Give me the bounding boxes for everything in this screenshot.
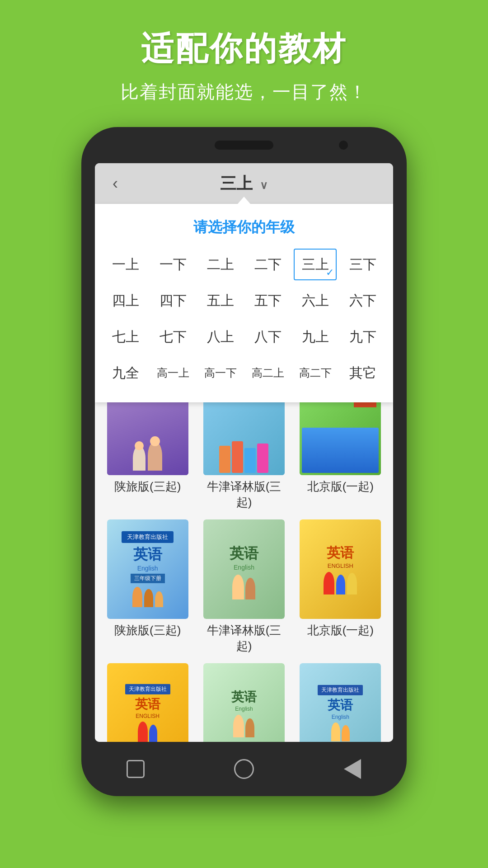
grade-item-4上[interactable]: 四上 xyxy=(104,285,147,316)
phone-camera xyxy=(339,141,348,150)
grade-item-2上[interactable]: 二上 xyxy=(199,249,242,280)
grade-item-4下[interactable]: 四下 xyxy=(151,285,194,316)
book-item[interactable]: 英语 English xyxy=(200,663,287,742)
book-item[interactable]: 英语 English 牛津译林版(三起) xyxy=(200,519,287,654)
grade-item-2下[interactable]: 二下 xyxy=(246,249,289,280)
home-button[interactable] xyxy=(230,758,258,780)
book-item[interactable]: 英语 ENGLISH 北京版(一起) xyxy=(297,519,384,654)
grade-item-3上[interactable]: 三上 ✓ xyxy=(294,249,337,280)
book-item[interactable]: 天津教育出版社 英语 English 三年级下册 xyxy=(104,519,191,654)
grade-item-1上[interactable]: 一上 xyxy=(104,249,147,280)
book-row-2: 天津教育出版社 英语 English 三年级下册 xyxy=(104,519,384,654)
book-publisher-label: 陕旅版(三起) xyxy=(114,479,181,495)
book-publisher-label: 陕旅版(三起) xyxy=(114,623,181,638)
book-cover: 英语 ENGLISH xyxy=(300,519,381,619)
nav-title-text: 三上 xyxy=(220,174,253,193)
grade-item-1下[interactable]: 一下 xyxy=(151,249,194,280)
grade-item-9全[interactable]: 九全 xyxy=(104,357,147,389)
book-cover: 天津教育出版社 英语 ENGLISH xyxy=(107,663,188,742)
phone-top-bar xyxy=(81,127,407,163)
check-mark-icon: ✓ xyxy=(326,267,334,278)
grade-item-6下[interactable]: 六下 xyxy=(341,285,384,316)
book-row-3: 天津教育出版社 英语 ENGLISH xyxy=(104,663,384,742)
book-publisher-label: 牛津译林版(三起) xyxy=(200,479,287,510)
sub-title: 比着封面就能选，一目了然！ xyxy=(121,80,367,104)
grade-selector-title: 请选择你的年级 xyxy=(104,217,384,237)
grade-item-其它[interactable]: 其它 xyxy=(341,357,384,389)
main-title: 适配你的教材 xyxy=(141,27,347,71)
phone-screen: ‹ 三上 ∨ 请选择你的年级 一上 一下 二上 二下 三上 xyxy=(95,163,393,742)
phone-frame: ‹ 三上 ∨ 请选择你的年级 一上 一下 二上 二下 三上 xyxy=(81,127,407,796)
book-publisher-label: 牛津译林版(三起) xyxy=(200,623,287,654)
back-icon xyxy=(344,759,361,779)
home-icon xyxy=(234,759,254,779)
page-background: 适配你的教材 比着封面就能选，一目了然！ ‹ 三上 ∨ 请选择你的年级 xyxy=(0,0,488,868)
book-item[interactable]: 天津教育出版社 英语 English xyxy=(297,663,384,742)
grade-dropdown-overlay: 请选择你的年级 一上 一下 二上 二下 三上 ✓ 三下 四上 四下 五上 xyxy=(95,204,393,402)
grade-item-高1下[interactable]: 高一下 xyxy=(199,357,242,389)
nav-title[interactable]: 三上 ∨ xyxy=(127,173,361,195)
grade-item-高2上[interactable]: 高二上 xyxy=(246,357,289,389)
grade-item-6上[interactable]: 六上 xyxy=(294,285,337,316)
dropdown-pointer xyxy=(238,197,250,204)
grade-item-9下[interactable]: 九下 xyxy=(341,321,384,353)
book-publisher-label: 北京版(一起) xyxy=(307,623,374,638)
recent-apps-button[interactable] xyxy=(122,758,149,780)
phone-speaker xyxy=(215,141,273,150)
grade-item-3下[interactable]: 三下 xyxy=(341,249,384,280)
grade-item-高1上[interactable]: 高一上 xyxy=(151,357,194,389)
back-button[interactable] xyxy=(339,758,366,780)
book-item[interactable]: 天津教育出版社 英语 ENGLISH xyxy=(104,663,191,742)
grade-item-7下[interactable]: 七下 xyxy=(151,321,194,353)
grade-item-5下[interactable]: 五下 xyxy=(246,285,289,316)
recent-apps-icon xyxy=(127,760,145,778)
book-cover: 英语 English xyxy=(203,663,285,742)
grade-item-7上[interactable]: 七上 xyxy=(104,321,147,353)
grade-item-8上[interactable]: 八上 xyxy=(199,321,242,353)
nav-back-button[interactable]: ‹ xyxy=(104,172,127,195)
grade-item-高2下[interactable]: 高二下 xyxy=(294,357,337,389)
dropdown-arrow-icon: ∨ xyxy=(260,179,268,191)
grade-item-9上[interactable]: 九上 xyxy=(294,321,337,353)
book-cover: 天津教育出版社 英语 English xyxy=(300,663,381,742)
grade-grid: 一上 一下 二上 二下 三上 ✓ 三下 四上 四下 五上 五下 六上 六下 xyxy=(104,249,384,389)
book-cover: 天津教育出版社 英语 English 三年级下册 xyxy=(107,519,188,619)
book-publisher-label: 北京版(一起) xyxy=(307,479,374,495)
phone-bottom-bar xyxy=(81,742,407,796)
grade-item-8下[interactable]: 八下 xyxy=(246,321,289,353)
grade-item-5上[interactable]: 五上 xyxy=(199,285,242,316)
book-cover: 英语 English xyxy=(203,519,285,619)
